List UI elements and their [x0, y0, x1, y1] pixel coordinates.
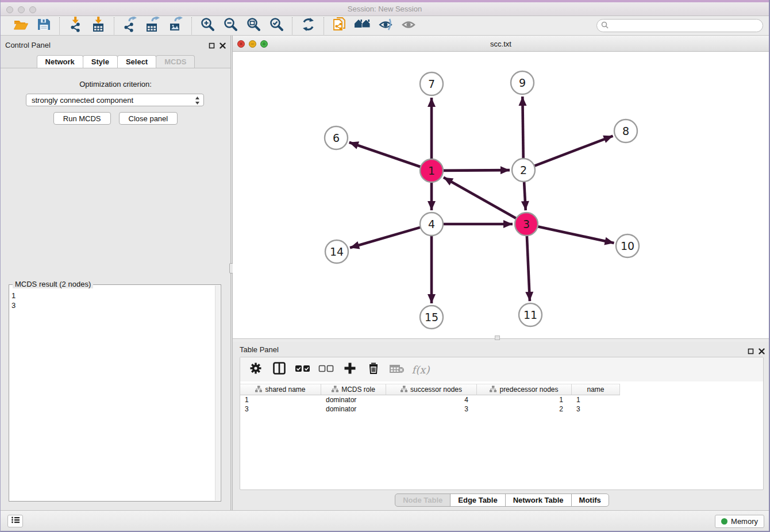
zoom-out-button[interactable] [222, 18, 239, 34]
edge-1-6[interactable] [349, 142, 421, 167]
hide-eye-button[interactable] [377, 18, 394, 34]
graph-node-9[interactable]: 9 [511, 71, 534, 94]
refresh-layout-button[interactable] [299, 18, 317, 34]
memory-button[interactable]: Memory [715, 515, 764, 528]
tab-mcds[interactable]: MCDS [156, 55, 195, 68]
hierarchy-icon [490, 385, 496, 394]
home-button[interactable] [354, 18, 371, 34]
column-header-MCDS-role[interactable]: MCDS role [321, 384, 386, 395]
table-toolbar: f(x) [240, 357, 763, 381]
add-column-button[interactable] [342, 362, 357, 377]
edge-3-11[interactable] [527, 236, 530, 301]
result-scrollbar[interactable] [215, 286, 220, 500]
tab-select[interactable]: Select [117, 55, 156, 68]
hide-eye-icon [378, 17, 394, 34]
node-label: 3 [523, 218, 530, 230]
edge-3-1[interactable] [444, 178, 517, 218]
tab-motifs[interactable]: Motifs [571, 494, 609, 507]
graph-node-7[interactable]: 7 [420, 72, 443, 95]
table-cell[interactable]: dominator [321, 395, 386, 404]
table-cell[interactable]: 1 [477, 395, 572, 404]
tab-network-table[interactable]: Network Table [505, 494, 572, 507]
import-network-icon [68, 17, 83, 34]
float-table-panel-icon[interactable] [748, 346, 754, 357]
zoom-selected-button[interactable] [268, 18, 285, 34]
delete-column-button[interactable] [366, 362, 381, 377]
table-cell[interactable]: dominator [321, 404, 386, 414]
run-mcds-button[interactable]: Run MCDS [53, 112, 111, 125]
graph-node-11[interactable]: 11 [519, 303, 542, 326]
mcds-result-list[interactable]: 13 [11, 291, 215, 500]
graph-node-1[interactable]: 1 [420, 159, 443, 182]
save-button[interactable] [35, 18, 52, 34]
network-window-titlebar[interactable]: ×−+ scc.txt [233, 36, 769, 52]
close-panel-icon[interactable] [220, 41, 226, 51]
edge-1-2[interactable] [443, 170, 510, 171]
task-history-button[interactable] [7, 515, 23, 527]
table-cell[interactable]: 3 [386, 404, 477, 414]
network-file-button[interactable] [331, 18, 348, 34]
column-header-successor-nodes[interactable]: successor nodes [386, 384, 477, 395]
optimization-criterion-label: Optimization criterion: [1, 80, 230, 88]
column-header-predecessor-nodes[interactable]: predecessor nodes [477, 384, 572, 395]
table-cell[interactable]: 3 [572, 404, 620, 414]
import-network-button[interactable] [67, 18, 84, 34]
zoom-fit-button[interactable] [245, 18, 262, 34]
result-item[interactable]: 1 [11, 291, 215, 300]
zoom-fit-icon [246, 17, 261, 34]
column-header-name[interactable]: name [572, 384, 620, 395]
edge-2-8[interactable] [534, 136, 613, 166]
table-cell[interactable]: 3 [240, 404, 321, 414]
export-image-button[interactable] [167, 18, 184, 34]
tab-style[interactable]: Style [83, 55, 118, 68]
table-row[interactable]: 1dominator411 [240, 395, 763, 404]
horizontal-splitter-grip[interactable] [495, 336, 500, 340]
table-cell[interactable]: 1 [240, 395, 321, 404]
float-panel-icon[interactable] [209, 41, 215, 51]
window-accent-strip [1, 0, 769, 2]
edge-4-14[interactable] [350, 228, 421, 248]
table-cell[interactable]: 2 [477, 404, 572, 414]
function-builder-button[interactable]: f(x) [413, 362, 428, 377]
select-all-button[interactable] [295, 362, 310, 377]
graph-node-14[interactable]: 14 [325, 240, 348, 263]
tab-edge-table[interactable]: Edge Table [450, 494, 505, 507]
search-box[interactable] [596, 19, 763, 32]
export-table-button[interactable] [144, 18, 161, 34]
tab-node-table[interactable]: Node Table [395, 494, 451, 507]
close-table-panel-icon[interactable] [759, 346, 765, 357]
graph-node-15[interactable]: 15 [420, 306, 443, 329]
table-row[interactable]: 3dominator323 [240, 404, 763, 414]
task-list-icon [11, 516, 20, 526]
graph-node-2[interactable]: 2 [512, 159, 535, 182]
gear-button[interactable] [248, 362, 263, 377]
column-header-shared-name[interactable]: shared name [240, 384, 321, 395]
optimization-criterion-select[interactable]: strongly connected component [26, 94, 204, 106]
node-table[interactable]: shared nameMCDS rolesuccessor nodesprede… [240, 384, 763, 489]
column-layout-button[interactable] [272, 362, 287, 377]
import-table-button[interactable] [90, 18, 107, 34]
export-network-button[interactable] [121, 18, 138, 34]
graph-node-10[interactable]: 10 [616, 234, 639, 257]
add-column-icon [343, 361, 357, 377]
show-eye-button[interactable] [400, 18, 417, 34]
node-label: 4 [428, 218, 435, 230]
network-canvas[interactable]: 7968124314101511 [233, 52, 769, 338]
result-item[interactable]: 3 [11, 300, 215, 310]
graph-node-3[interactable]: 3 [515, 213, 538, 236]
tab-network[interactable]: Network [37, 55, 83, 68]
graph-node-8[interactable]: 8 [614, 119, 637, 142]
graph-node-4[interactable]: 4 [420, 213, 443, 236]
close-panel-button[interactable]: Close panel [119, 112, 178, 125]
zoom-in-button[interactable] [199, 18, 216, 34]
table-cell[interactable]: 1 [572, 395, 620, 404]
search-input[interactable] [611, 22, 763, 30]
open-folder-button[interactable] [12, 18, 29, 34]
deselect-all-button[interactable] [319, 362, 334, 377]
delete-table-button[interactable] [390, 362, 405, 377]
edge-2-9[interactable] [522, 97, 523, 159]
table-cell[interactable]: 4 [386, 395, 477, 404]
edge-3-10[interactable] [538, 226, 614, 243]
graph-node-6[interactable]: 6 [325, 126, 348, 149]
edge-2-3[interactable] [524, 182, 526, 210]
